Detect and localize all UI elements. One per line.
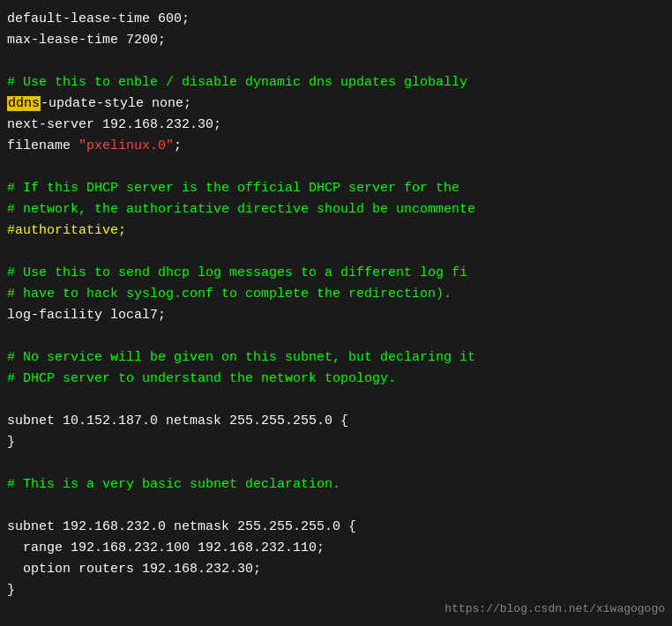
code-line-blank-3 — [7, 242, 665, 263]
code-line-27: option routers 192.168.232.30; — [7, 559, 665, 580]
code-line-18: # DHCP server to understand the network … — [7, 369, 665, 390]
ddns-highlight: ddns — [7, 96, 41, 111]
code-line-blank-1 — [7, 51, 665, 72]
code-line-blank-6 — [7, 453, 665, 474]
code-line-blank-4 — [7, 326, 665, 347]
code-line-4: # Use this to enble / disable dynamic dn… — [7, 72, 665, 93]
code-line-6: next-server 192.168.232.30; — [7, 115, 665, 136]
code-line-25: subnet 192.168.232.0 netmask 255.255.255… — [7, 517, 665, 538]
watermark: https://blog.csdn.net/xiwagogogo — [444, 600, 665, 619]
code-line-9: # If this DHCP server is the official DH… — [7, 178, 665, 199]
code-line-7: filename "pxelinux.0"; — [7, 136, 665, 157]
code-editor: default-lease-time 600; max-lease-time 7… — [0, 0, 672, 626]
code-line-17: # No service will be given on this subne… — [7, 347, 665, 369]
code-line-20: subnet 10.152.187.0 netmask 255.255.255.… — [7, 411, 665, 432]
code-line-21: } — [7, 432, 665, 453]
code-line-23: # This is a very basic subnet declaratio… — [7, 474, 665, 496]
code-line-blank-5 — [7, 390, 665, 411]
code-line-13: # Use this to send dhcp log messages to … — [7, 263, 665, 284]
code-line-blank-7 — [7, 496, 665, 517]
code-line-28: } — [7, 580, 665, 601]
code-line-26: range 192.168.232.100 192.168.232.110; — [7, 538, 665, 559]
code-line-15: log-facility local7; — [7, 305, 665, 326]
code-line-10: # network, the authoritative directive s… — [7, 199, 665, 220]
code-line-11: #authoritative; — [7, 220, 665, 242]
code-line-14: # have to hack syslog.conf to complete t… — [7, 284, 665, 305]
code-line-2: max-lease-time 7200; — [7, 30, 665, 51]
code-line-5: ddns-update-style none; — [7, 93, 665, 115]
code-line-blank-2 — [7, 157, 665, 178]
code-line-1: default-lease-time 600; — [7, 9, 665, 30]
